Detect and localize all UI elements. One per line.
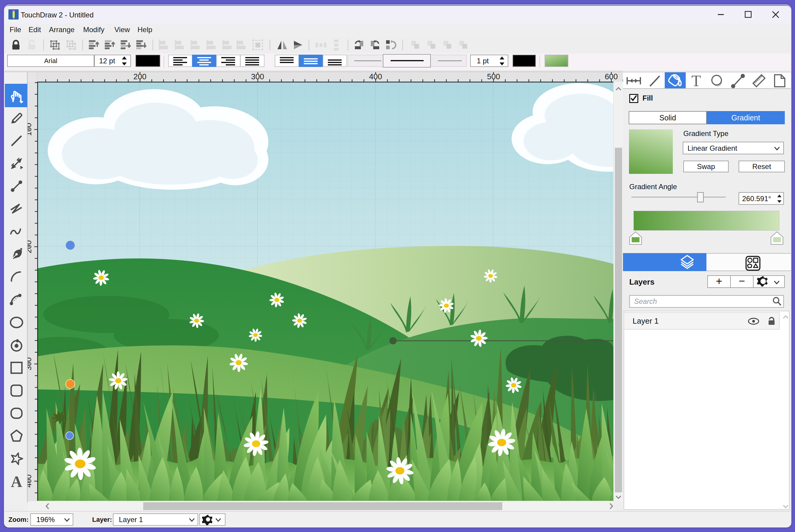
svg-text:400: 400	[369, 72, 382, 81]
svg-text:300: 300	[27, 357, 33, 370]
svg-text:200: 200	[27, 240, 33, 253]
svg-text:T: T	[692, 72, 701, 89]
svg-text:100: 100	[27, 123, 33, 136]
svg-text:300: 300	[251, 72, 264, 81]
svg-text:600: 600	[605, 72, 618, 81]
svg-text:A: A	[11, 473, 22, 489]
svg-text:200: 200	[133, 72, 146, 81]
svg-text:400: 400	[27, 474, 33, 487]
svg-text:500: 500	[487, 72, 500, 81]
